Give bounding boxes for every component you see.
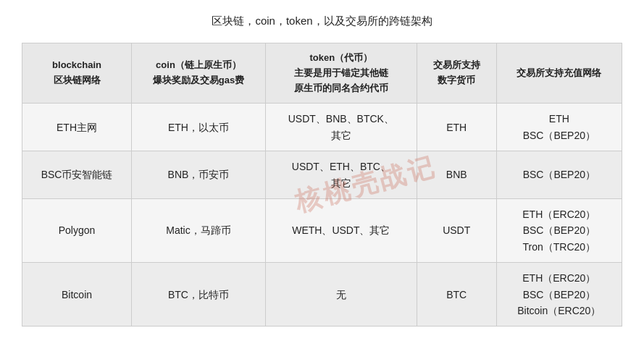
main-table: blockchain 区块链网络 coin（链上原生币） 爆块奖励及交易gas费… — [22, 43, 622, 327]
col-header-networks: 交易所支持充值网络 — [496, 43, 622, 104]
cell-networks: ETH BSC（BEP20） — [496, 104, 622, 151]
cell-token: WETH、USDT、其它 — [265, 198, 417, 262]
cell-exchange_coin: USDT — [417, 198, 496, 262]
cell-coin: Matic，马蹄币 — [132, 198, 266, 262]
col-header-blockchain: blockchain 区块链网络 — [22, 43, 132, 104]
cell-networks: ETH（ERC20） BSC（BEP20） Tron（TRC20） — [496, 198, 622, 262]
cell-blockchain: Polygon — [22, 198, 132, 262]
page-title: 区块链，coin，token，以及交易所的跨链架构 — [212, 14, 432, 28]
cell-blockchain: BSC币安智能链 — [22, 151, 132, 199]
table-row: BSC币安智能链BNB，币安币USDT、ETH、BTC、 其它BNBBSC（BE… — [22, 151, 622, 199]
cell-blockchain: Bitcoin — [22, 263, 132, 327]
cell-networks: BSC（BEP20） — [496, 151, 622, 199]
cell-token: 无 — [265, 263, 417, 327]
cell-coin: ETH，以太币 — [132, 104, 266, 151]
table-header-row: blockchain 区块链网络 coin（链上原生币） 爆块奖励及交易gas费… — [22, 43, 622, 104]
cell-exchange_coin: BNB — [417, 151, 496, 199]
cell-token: USDT、BNB、BTCK、 其它 — [265, 104, 417, 151]
cell-coin: BNB，币安币 — [132, 151, 266, 199]
col-header-token: token（代币） 主要是用于锚定其他链 原生币的同名合约代币 — [265, 43, 417, 104]
table-row: ETH主网ETH，以太币USDT、BNB、BTCK、 其它ETHETH BSC（… — [22, 104, 622, 151]
cell-exchange_coin: BTC — [417, 263, 496, 327]
table-wrapper: 核桃壳战记 blockchain 区块链网络 coin（链上原生币） 爆块奖励及… — [22, 43, 622, 327]
cell-networks: ETH（ERC20） BSC（BEP20） Bitcoin（ERC20） — [496, 263, 622, 327]
col-header-coin: coin（链上原生币） 爆块奖励及交易gas费 — [132, 43, 266, 104]
table-row: BitcoinBTC，比特币无BTCETH（ERC20） BSC（BEP20） … — [22, 263, 622, 327]
cell-token: USDT、ETH、BTC、 其它 — [265, 151, 417, 199]
col-header-exchange-coin: 交易所支持 数字货币 — [417, 43, 496, 104]
cell-coin: BTC，比特币 — [132, 263, 266, 327]
table-row: PolygonMatic，马蹄币WETH、USDT、其它USDTETH（ERC2… — [22, 198, 622, 262]
cell-exchange_coin: ETH — [417, 104, 496, 151]
cell-blockchain: ETH主网 — [22, 104, 132, 151]
